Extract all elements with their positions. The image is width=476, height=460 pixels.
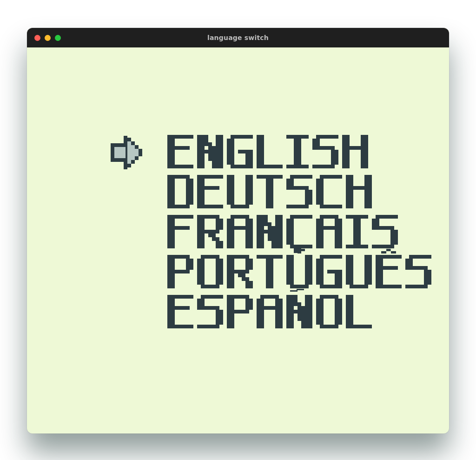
window-title: language switch — [27, 34, 449, 41]
lcd-screen: ENGLISH DEUTSCH FRANÇAIS PORTUGUÊS ESPAÑ — [27, 47, 449, 433]
language-option-portugues[interactable]: PORTUGUÊS — [167, 255, 431, 288]
language-menu: ENGLISH DEUTSCH FRANÇAIS PORTUGUÊS ESPAÑ — [111, 135, 431, 328]
minimize-icon[interactable] — [45, 35, 51, 41]
language-option-english[interactable]: ENGLISH — [167, 135, 431, 168]
window-controls — [27, 35, 61, 41]
language-option-espanol[interactable]: ESPAÑOL — [167, 295, 431, 328]
language-option-francais[interactable]: FRANÇAIS — [167, 215, 431, 248]
app-window: language switch — [27, 28, 449, 433]
language-option-deutsch[interactable]: DEUTSCH — [167, 175, 431, 208]
close-icon[interactable] — [34, 35, 40, 41]
arrow-right-icon — [111, 136, 148, 169]
language-list: ENGLISH DEUTSCH FRANÇAIS PORTUGUÊS ESPAÑ — [167, 135, 431, 328]
titlebar: language switch — [27, 28, 449, 47]
zoom-icon[interactable] — [55, 35, 61, 41]
